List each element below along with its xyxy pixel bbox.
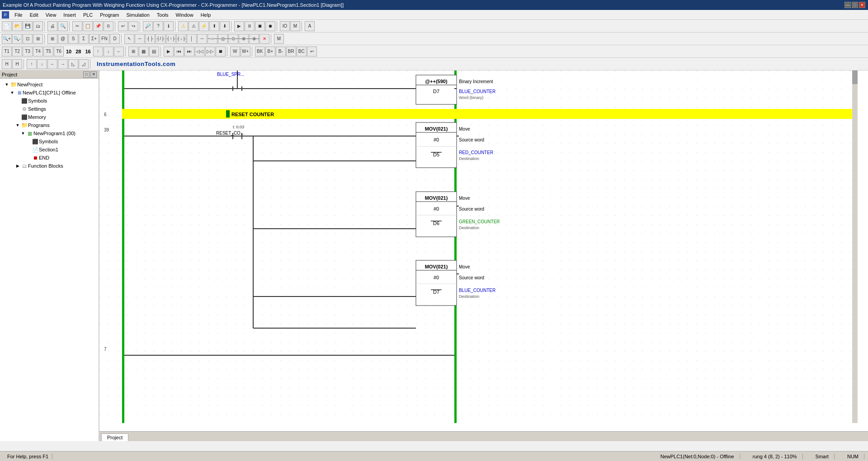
coil-btn[interactable]: ─○─	[208, 34, 217, 44]
grid-btn[interactable]: ⊞	[47, 34, 57, 44]
paste-btn[interactable]: 📌	[93, 21, 103, 31]
undo2-btn[interactable]: ↩	[307, 47, 317, 56]
nop-btn[interactable]: ─	[197, 34, 207, 44]
watch2-btn[interactable]: W+	[241, 47, 250, 56]
menu-tools[interactable]: Tools	[153, 11, 172, 19]
find-btn[interactable]: 🔎	[143, 21, 153, 31]
mon-btn[interactable]: M	[290, 21, 300, 31]
paste-spec-btn[interactable]: ⎘	[104, 21, 113, 31]
help2-btn[interactable]: ℹ	[164, 21, 174, 31]
undo-btn[interactable]: ↩	[118, 21, 128, 31]
diag-btn[interactable]: ◺	[68, 59, 78, 69]
disp-btn[interactable]: D	[110, 34, 120, 44]
menu-help[interactable]: Help	[197, 11, 215, 19]
arr-r-btn[interactable]: →	[58, 59, 68, 69]
play-btn[interactable]: ▶	[164, 47, 174, 56]
t3-btn[interactable]: T3	[23, 47, 33, 56]
pause-btn[interactable]: ⏸	[245, 21, 255, 31]
print-btn[interactable]: 🖨	[47, 21, 57, 31]
coil4-btn[interactable]: ─⊗─	[239, 34, 249, 44]
zoom-out-btn[interactable]: 🔍-	[12, 34, 22, 44]
tree-newproject[interactable]: ▼ 📁 NewProject	[0, 80, 99, 89]
bk3-btn[interactable]: B-	[276, 47, 286, 56]
coil2-btn[interactable]: ─◎─	[218, 34, 228, 44]
end2-btn[interactable]: ⏹	[216, 47, 226, 56]
panel-float-btn[interactable]: □	[83, 71, 90, 78]
t6-btn[interactable]: T6	[54, 47, 64, 56]
contact-nc-btn[interactable]: ┤/├	[156, 34, 165, 44]
menu-simulation[interactable]: Simulation	[123, 11, 153, 19]
bk-btn[interactable]: BK	[255, 47, 265, 56]
tree-prog-symbols[interactable]: ⬛ Symbols	[0, 137, 99, 146]
redo-btn[interactable]: ↪	[128, 21, 138, 31]
open-btn[interactable]: 📂	[12, 21, 22, 31]
tree-section1[interactable]: 📄 Section1	[0, 146, 99, 154]
arr-l-btn[interactable]: ←	[47, 59, 57, 69]
outer-close-btn[interactable]: ✕	[859, 2, 865, 8]
save-all-btn[interactable]: 🗂	[33, 21, 43, 31]
tree-memory[interactable]: ⬛ Memory	[0, 113, 99, 121]
run-btn[interactable]: ▶	[234, 21, 244, 31]
zoom-in-btn[interactable]: 🔍+	[2, 34, 12, 44]
menu-file[interactable]: File	[11, 11, 26, 19]
arr-dn-btn[interactable]: ↓	[37, 59, 47, 69]
bk4-btn[interactable]: BR	[286, 47, 296, 56]
del-btn[interactable]: ✕	[259, 34, 269, 44]
contact-n-btn[interactable]: ┤↓├	[176, 34, 186, 44]
pstep-btn[interactable]: ⏮	[174, 47, 184, 56]
h2-btn[interactable]: H	[12, 59, 22, 69]
addr-btn[interactable]: @	[58, 34, 68, 44]
bolt-btn[interactable]: ⚡	[199, 21, 209, 31]
step-ff-btn[interactable]: ▷▷	[205, 47, 215, 56]
contact-no-btn[interactable]: ┤├	[145, 34, 155, 44]
sym3-btn[interactable]: Σ+	[89, 34, 99, 44]
up-btn[interactable]: ↑	[93, 47, 103, 56]
warn2-btn[interactable]: ⚠	[189, 21, 198, 31]
tree-newplc1[interactable]: ▼ 🖥 NewPLC1[CP1L] Offline	[0, 89, 99, 97]
tree-funcblocks[interactable]: ▶ 🗂 Function Blocks	[0, 162, 99, 170]
mon2-btn[interactable]: M	[274, 34, 284, 44]
print-prev-btn[interactable]: 🔍	[58, 21, 68, 31]
diagram-scroll[interactable]: BLUE_SPR... @++(590) Binary Increment D7…	[99, 71, 868, 431]
arr-up-btn[interactable]: ↑	[27, 59, 37, 69]
menu-program[interactable]: Program	[96, 11, 123, 19]
rec-btn[interactable]: ⏺	[265, 21, 275, 31]
t1-btn[interactable]: T1	[2, 47, 12, 56]
t4-btn[interactable]: T4	[33, 47, 43, 56]
a-btn[interactable]: A	[305, 21, 315, 31]
cursor-btn[interactable]: ↖	[124, 34, 134, 44]
copy-btn[interactable]: 📋	[83, 21, 93, 31]
coil5-btn[interactable]: ─⊕─	[249, 34, 259, 44]
tree-settings[interactable]: ⚙ Settings	[0, 105, 99, 113]
dn-btn[interactable]: ↓	[104, 47, 113, 56]
cut-btn[interactable]: ✂	[72, 21, 82, 31]
vline-btn[interactable]: │	[187, 34, 197, 44]
h-btn[interactable]: H	[2, 59, 12, 69]
diag2-btn[interactable]: ◿	[79, 59, 89, 69]
t2-btn[interactable]: T2	[12, 47, 22, 56]
panel-close-btn[interactable]: ✕	[90, 71, 97, 78]
t5-btn[interactable]: T5	[43, 47, 53, 56]
sym-btn[interactable]: S	[68, 34, 78, 44]
sym4-btn[interactable]: FN	[99, 34, 109, 44]
help-q-btn[interactable]: ?	[153, 21, 163, 31]
menu-edit[interactable]: Edit	[26, 11, 42, 19]
warn-btn[interactable]: ⚠	[178, 21, 188, 31]
view3-btn[interactable]: ▤	[149, 47, 159, 56]
stop-btn[interactable]: ⏹	[255, 21, 265, 31]
outer-max-btn[interactable]: □	[852, 2, 858, 8]
left-btn[interactable]: ←	[114, 47, 124, 56]
upload-btn[interactable]: ⬆	[209, 21, 219, 31]
hline-btn[interactable]: ─	[135, 34, 145, 44]
watch-btn[interactable]: W	[230, 47, 240, 56]
bk5-btn[interactable]: BC	[297, 47, 307, 56]
step-b-btn[interactable]: ◁◁	[195, 47, 205, 56]
zoom-reset-btn[interactable]: ⊞	[33, 34, 43, 44]
coil3-btn[interactable]: ─⊙─	[228, 34, 238, 44]
menu-plc[interactable]: PLC	[80, 11, 96, 19]
view2-btn[interactable]: ▦	[139, 47, 149, 56]
step-f-btn[interactable]: ⏭	[184, 47, 194, 56]
tree-end[interactable]: ⏹ END	[0, 154, 99, 162]
io-btn[interactable]: IO	[280, 21, 290, 31]
sym2-btn[interactable]: Σ	[79, 34, 89, 44]
